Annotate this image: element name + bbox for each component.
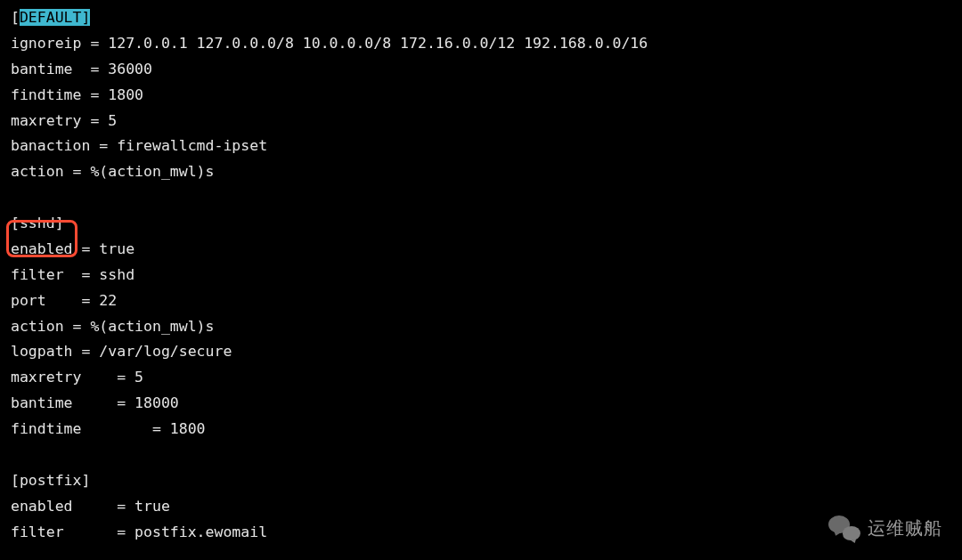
highlighted-default: DEFAULT] (20, 9, 90, 26)
config-line-action: action = %(action_mwl)s (11, 159, 951, 185)
config-line-maxretry: maxretry = 5 (11, 109, 951, 134)
config-line-sshd-logpath: logpath = /var/log/secure (11, 339, 951, 365)
watermark: 运维贼船 (828, 513, 942, 544)
config-line-default-header: [DEFAULT] (11, 5, 951, 31)
blank-line (11, 185, 951, 211)
watermark-text: 运维贼船 (868, 513, 942, 544)
config-line-sshd-port: port = 22 (11, 288, 951, 314)
config-line-sshd-action: action = %(action_mwl)s (11, 314, 951, 340)
bracket-open: [ (11, 9, 20, 26)
wechat-icon (828, 515, 860, 542)
config-line-findtime: findtime = 1800 (11, 83, 951, 109)
config-line-sshd-maxretry: maxretry = 5 (11, 365, 951, 391)
config-line-postfix-enabled: enabled = true (11, 494, 951, 520)
config-line-sshd-findtime: findtime = 1800 (11, 417, 951, 442)
blank-line (11, 442, 951, 468)
config-line-sshd-enabled: enabled = true (11, 237, 951, 263)
config-line-postfix-header: [postfix] (11, 468, 951, 494)
config-line-sshd-bantime: bantime = 18000 (11, 391, 951, 417)
config-line-ignoreip: ignoreip = 127.0.0.1 127.0.0.0/8 10.0.0.… (11, 31, 951, 57)
config-line-sshd-header: [sshd] (11, 211, 951, 237)
config-line-bantime: bantime = 36000 (11, 57, 951, 83)
config-line-postfix-filter: filter = postfix.ewomail (11, 520, 951, 546)
config-line-sshd-filter: filter = sshd (11, 263, 951, 288)
config-line-banaction: banaction = firewallcmd-ipset (11, 134, 951, 159)
